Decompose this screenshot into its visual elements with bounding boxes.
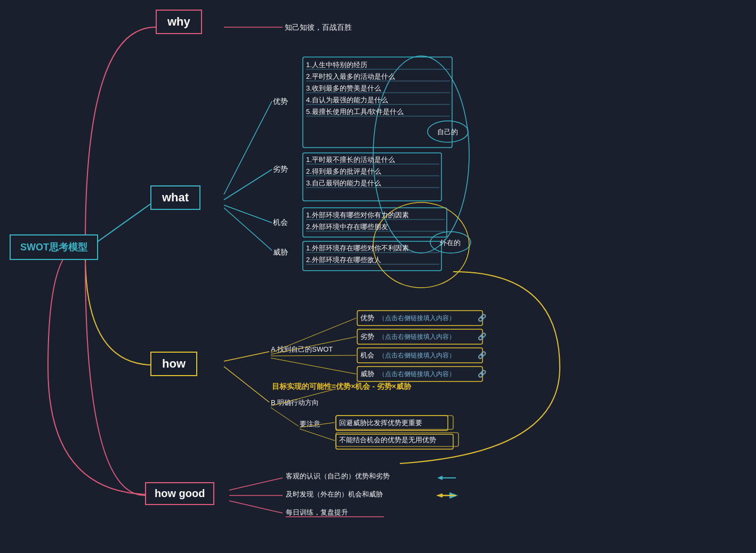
howgood-item-3: 每日训练，复盘提升 xyxy=(286,508,348,516)
howgood-item-1: 客观的认识（自己的）优势和劣势 xyxy=(286,472,390,480)
why-node: why xyxy=(156,10,202,34)
how-a-label: A.找到自己的SWOT xyxy=(271,345,333,353)
youshi-item-4: 4.自认为最强的能力是什么 xyxy=(306,96,388,104)
lushi-item-2: 2.得到最多的批评是什么 xyxy=(306,167,381,175)
youshi-item-1: 1.人生中特别的经历 xyxy=(306,61,367,69)
zijide-label: 自己的 xyxy=(437,128,458,136)
svg-line-39 xyxy=(271,355,356,356)
how-b-formula: 目标实现的可能性=优势×机会 - 劣势×威胁 xyxy=(272,382,412,391)
svg-line-14 xyxy=(224,367,269,402)
how-a-lushi-link[interactable]: （点击右侧链接填入内容） xyxy=(379,333,455,340)
howgood-node: how good xyxy=(145,482,214,505)
howgood-item-2: 及时发现（外在的）机会和威胁 xyxy=(286,490,383,498)
lushi-item-1: 1.平时最不擅长的活动是什么 xyxy=(306,156,395,164)
svg-line-42 xyxy=(271,408,299,426)
how-b-note-2: 不能结合机会的优势是无用优势 xyxy=(339,436,436,444)
why-text: 知己知彼，百战百胜 xyxy=(285,23,352,31)
lushi-label: 劣势 xyxy=(273,165,288,173)
svg-line-40 xyxy=(271,358,356,374)
how-a-weixie-icon: 🔗 xyxy=(478,369,487,378)
how-a-youshi-link[interactable]: （点击右侧链接填入内容） xyxy=(379,314,455,322)
svg-marker-50 xyxy=(436,493,443,498)
svg-line-21 xyxy=(229,478,283,490)
weixie-item-2: 2.外部环境存在哪些敌人 xyxy=(306,256,381,264)
youshi-item-5: 5.最擅长使用的工具/软件是什么 xyxy=(306,108,404,116)
how-a-jihui: 机会 xyxy=(360,351,374,359)
how-a-youshi-icon: 🔗 xyxy=(478,313,487,322)
root-node: SWOT思考模型 xyxy=(10,234,98,260)
svg-marker-48 xyxy=(437,476,443,480)
how-a-jihui-link[interactable]: （点击右侧链接填入内容） xyxy=(379,352,455,359)
svg-line-13 xyxy=(224,352,269,361)
youshi-item-2: 2.平时投入最多的活动是什么 xyxy=(306,72,395,80)
how-a-jihui-icon: 🔗 xyxy=(478,351,487,360)
weixie-label: 威胁 xyxy=(273,248,288,256)
svg-line-44 xyxy=(300,429,335,441)
jihui-item-1: 1.外部环境有哪些对你有力的因素 xyxy=(306,211,409,219)
jihui-label: 机会 xyxy=(273,218,288,226)
how-a-weixie-link[interactable]: （点击右侧链接填入内容） xyxy=(379,370,455,378)
how-a-lushi: 劣势 xyxy=(360,332,374,340)
how-a-youshi: 优势 xyxy=(360,314,374,322)
youshi-item-3: 3.收到最多的赞美是什么 xyxy=(306,84,381,92)
lushi-item-3: 3.自己最弱的能力是什么 xyxy=(306,179,381,187)
weixie-item-1: 1.外部环境存在哪些对你不利因素 xyxy=(306,244,409,252)
svg-line-23 xyxy=(229,501,283,513)
how-b-note-1: 回避威胁比发挥优势更重要 xyxy=(339,419,422,427)
how-node: how xyxy=(150,352,197,376)
what-node: what xyxy=(150,185,200,210)
how-a-lushi-icon: 🔗 xyxy=(478,332,487,341)
youshi-label: 优势 xyxy=(273,97,288,105)
svg-line-1 xyxy=(224,101,272,194)
svg-line-2 xyxy=(224,169,272,200)
jihui-item-2: 2.外部环境中存在哪些朋友 xyxy=(306,223,388,231)
how-a-weixie: 威胁 xyxy=(360,370,374,378)
